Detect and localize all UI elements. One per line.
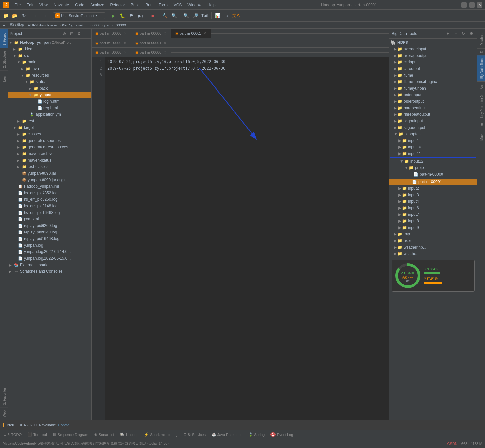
- hdfs-input11[interactable]: ▶ 📁 input11: [389, 150, 477, 157]
- tab-bdt-active[interactable]: Big Data Tools: [477, 55, 485, 81]
- tree-item-login[interactable]: 📄 login.html: [8, 98, 91, 105]
- search-button[interactable]: 🔎: [191, 11, 199, 20]
- code-lines[interactable]: 2019-07-25,project5 zy,16,project16,0,5,…: [105, 57, 389, 420]
- hdfs-flume[interactable]: ▶ 📁 flume: [389, 72, 477, 78]
- forward-button[interactable]: →: [41, 11, 49, 20]
- tree-item-rlog1[interactable]: 📄 replay_pid6260.log: [8, 222, 91, 229]
- sync-button[interactable]: ↻: [20, 11, 28, 20]
- tree-item-application[interactable]: 🍃 application.yml: [8, 111, 91, 118]
- hdfs-caroutput[interactable]: ▶ 📁 caroutput: [389, 65, 477, 72]
- minimize-button[interactable]: —: [461, 2, 467, 8]
- new-project-button[interactable]: 📁: [1, 11, 10, 20]
- tab-3-1-close[interactable]: ✕: [123, 50, 127, 55]
- run-other-button[interactable]: ▶↓: [136, 11, 145, 20]
- translate-button[interactable]: 文A: [232, 11, 240, 20]
- tree-item-static[interactable]: ▼ 📁 static: [8, 78, 91, 85]
- back-button[interactable]: ←: [32, 11, 40, 20]
- hdfs-input2[interactable]: ▶ 📁 input2: [389, 185, 477, 192]
- tab-favorites[interactable]: 2: Favorites: [0, 385, 8, 407]
- hdfs-sqooptest[interactable]: ▼ 📁 sqooptest: [389, 131, 477, 137]
- debug-button[interactable]: 🐛: [118, 11, 127, 20]
- tree-item-log3[interactable]: 📄 hs_err_pid9148.log: [8, 203, 91, 209]
- tool-event-log[interactable]: 1 Event Log: [268, 431, 296, 438]
- bdt-add-button[interactable]: +: [444, 30, 451, 37]
- tree-item-scratches[interactable]: ▶ ✏ Scratches and Consoles: [8, 268, 91, 275]
- run-configuration-selector[interactable]: ✦ UserServiceTest.test ▾: [53, 12, 105, 19]
- tree-item-back[interactable]: ▶ 📁 back: [8, 85, 91, 92]
- tool-java-enterprise[interactable]: ☕ Java Enterprise: [209, 431, 245, 438]
- tab-1-2-close[interactable]: ✕: [163, 31, 167, 36]
- tab-database[interactable]: Database: [477, 29, 485, 48]
- editor-tab-2-2[interactable]: ▣ part-m-00001 ✕: [131, 38, 171, 47]
- run-coverage-button[interactable]: ⚑: [127, 11, 136, 20]
- tree-item-rlog3[interactable]: 📄 replay_pid16468.log: [8, 235, 91, 242]
- hdfs-averageoutput[interactable]: ▶ 📁 averageoutput: [389, 52, 477, 59]
- tree-item-jar1[interactable]: 📦 yunpan-8090.jar: [8, 170, 91, 177]
- menu-view[interactable]: View: [37, 2, 50, 8]
- tree-root[interactable]: ▼ 📁 Hadoop_yunpan E:\IdeaProje...: [8, 39, 91, 46]
- tool-sonarlint[interactable]: ◉ SonarLint: [92, 431, 117, 438]
- tab-ant[interactable]: Ant: [477, 81, 485, 92]
- breadcrumb-cache[interactable]: 系统缓存: [9, 23, 24, 27]
- panel-settings-button[interactable]: ⚙: [76, 30, 82, 37]
- analyze-button[interactable]: 🔍: [170, 11, 178, 20]
- tree-item-rlog2[interactable]: 📄 replay_pid9148.log: [8, 229, 91, 235]
- tab-big-data-tools[interactable]: D: [477, 48, 485, 55]
- tool-spark[interactable]: ⚡ Spark monitoring: [142, 431, 180, 438]
- search-everywhere-button[interactable]: 🔍: [182, 11, 190, 20]
- tab-1-3-close[interactable]: ✕: [202, 31, 207, 36]
- hdfs-input6[interactable]: ▶ 📁 input6: [389, 205, 477, 211]
- hdfs-input9[interactable]: ▶ 📁 input9: [389, 224, 477, 231]
- hdfs-input8[interactable]: ▶ 📁 input8: [389, 218, 477, 224]
- bdt-remove-button[interactable]: −: [452, 30, 459, 37]
- stop-button[interactable]: ■: [148, 11, 157, 20]
- tree-item-classes[interactable]: ▶ 📁 classes: [8, 131, 91, 137]
- editor-tab-2-1[interactable]: ▣ part-m-00000 ✕: [92, 38, 131, 47]
- menu-code[interactable]: Code: [72, 2, 87, 8]
- hdfs-input12[interactable]: ▼ 📁 input12: [390, 158, 476, 164]
- breadcrumb-hdfs[interactable]: HDFS-downloaded: [28, 23, 58, 27]
- editor-tab-3-1[interactable]: ▣ part-m-00000 ✕: [92, 48, 131, 57]
- tree-item-iml[interactable]: 📋 Hadoop_yunpan.iml: [8, 183, 91, 190]
- tree-item-src[interactable]: ▼ 📁 src: [8, 52, 91, 59]
- run-button[interactable]: ▶: [109, 11, 117, 20]
- menu-analyze[interactable]: Analyze: [88, 2, 107, 8]
- tab-structure[interactable]: 2: Structure: [0, 48, 8, 71]
- tab-2-1-close[interactable]: ✕: [123, 41, 127, 45]
- hdfs-rmrepeatoutput[interactable]: ▶ 📁 rmrepeatoutput: [389, 111, 477, 118]
- tab-project[interactable]: 1: Project: [0, 29, 8, 48]
- tool-todo[interactable]: ≡ 6: TODO: [1, 431, 24, 438]
- hdfs-orderinput[interactable]: ▶ 📁 orderinput: [389, 92, 477, 98]
- tree-item-maven-arch[interactable]: ▶ 📁 maven-archiver: [8, 150, 91, 157]
- tool-seq-diagram[interactable]: ▤ Sequence Diagram: [50, 431, 91, 438]
- tree-item-log1[interactable]: 📄 hs_err_pid4352.log: [8, 190, 91, 196]
- hdfs-weatherinp[interactable]: ▶ 📁 weatherinp...: [389, 244, 477, 250]
- menu-run[interactable]: Run: [143, 2, 155, 8]
- menu-window[interactable]: Window: [185, 2, 204, 8]
- tab-m[interactable]: m: [477, 121, 485, 128]
- tree-item-resources[interactable]: ▼ 📁 resources: [8, 72, 91, 78]
- tree-item-java[interactable]: ▶ 📁 java: [8, 65, 91, 72]
- hdfs-input3[interactable]: ▶ 📁 input3: [389, 192, 477, 198]
- tool-hadoop[interactable]: 🐘 Hadoop: [117, 431, 141, 438]
- open-button[interactable]: 📂: [10, 11, 19, 20]
- menu-navigate[interactable]: Navigate: [51, 2, 72, 8]
- tab-learn[interactable]: Learn: [0, 71, 8, 85]
- menu-help[interactable]: Help: [205, 2, 218, 8]
- editor-content[interactable]: 1 2 3 2019-07-25,project5 zy,16,project1…: [92, 57, 389, 420]
- tab-maven[interactable]: Maven: [477, 128, 485, 143]
- hdfs-carinput[interactable]: ▶ 📁 carinput: [389, 59, 477, 65]
- tab-web[interactable]: Web: [0, 408, 8, 420]
- tab-key-promoter[interactable]: Key Promoter X: [477, 92, 485, 121]
- editor-tab-3-2[interactable]: ▣ part-m-00000 ✕: [131, 48, 171, 57]
- tree-item-gen-test[interactable]: ▶ 📁 generated-test-sources: [8, 144, 91, 150]
- hdfs-user[interactable]: ▶ 📁 user: [389, 237, 477, 244]
- menu-file[interactable]: File: [12, 2, 23, 8]
- tree-item-main[interactable]: ▼ 📁 main: [8, 59, 91, 65]
- tree-item-test-classes[interactable]: ▶ 📁 test-classes: [8, 164, 91, 170]
- hdfs-weathe[interactable]: ▶ 📁 weathe...: [389, 250, 477, 257]
- hdfs-input7[interactable]: ▶ 📁 input7: [389, 211, 477, 218]
- breadcrumb-drive[interactable]: F:: [3, 23, 6, 27]
- breadcrumb-file[interactable]: part-m-00000: [104, 23, 126, 27]
- tree-item-log4[interactable]: 📄 hs_err_pid16468.log: [8, 209, 91, 216]
